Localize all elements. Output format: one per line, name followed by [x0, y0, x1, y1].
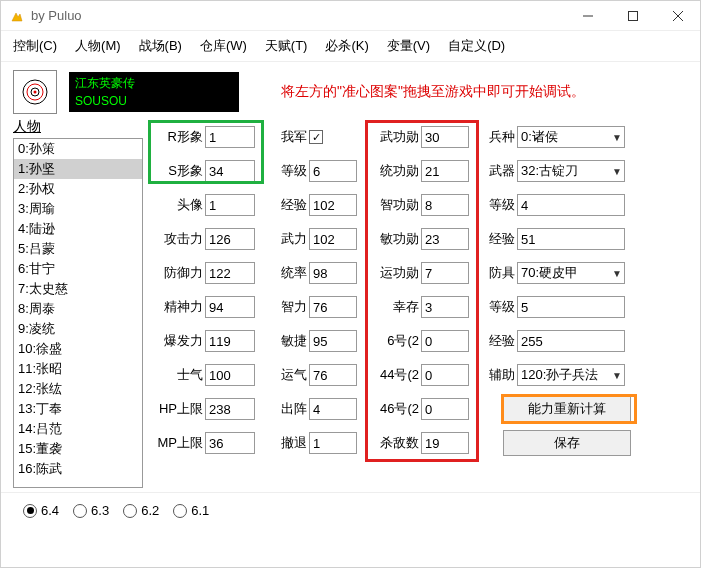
list-item[interactable]: 13:丁奉	[14, 399, 142, 419]
menu-custom[interactable]: 自定义(D)	[448, 37, 505, 55]
header-row: 江东英豪传 SOUSOU 将左方的"准心图案"拖拽至游戏中即可开始调试。	[1, 62, 700, 118]
weapon-level-label: 等级	[479, 196, 515, 214]
armor-select[interactable]: 70:硬皮甲▼	[517, 262, 625, 284]
crosshair-target[interactable]	[13, 70, 57, 114]
agility-input[interactable]	[309, 330, 357, 352]
menu-battlefield[interactable]: 战场(B)	[139, 37, 182, 55]
command-label: 统率	[267, 264, 307, 282]
weapon-exp-label: 经验	[479, 230, 515, 248]
kills-input[interactable]	[421, 432, 469, 454]
zhi-merit-input[interactable]	[421, 194, 469, 216]
kills-label: 杀敌数	[367, 434, 419, 452]
luck-input[interactable]	[309, 364, 357, 386]
assist-select[interactable]: 120:孙子兵法▼	[517, 364, 625, 386]
radio-6-1[interactable]: 6.1	[173, 503, 209, 518]
menu-talent[interactable]: 天赋(T)	[265, 37, 308, 55]
spirit-label: 精神力	[151, 298, 203, 316]
exp-input[interactable]	[309, 194, 357, 216]
troop-label: 兵种	[479, 128, 515, 146]
list-item[interactable]: 16:陈武	[14, 459, 142, 479]
portrait-input[interactable]	[205, 194, 255, 216]
menu-variable[interactable]: 变量(V)	[387, 37, 430, 55]
slot44-input[interactable]	[421, 364, 469, 386]
retreat-input[interactable]	[309, 432, 357, 454]
morale-input[interactable]	[205, 364, 255, 386]
radio-6-3[interactable]: 6.3	[73, 503, 109, 518]
list-item[interactable]: 3:周瑜	[14, 199, 142, 219]
slot44-label: 44号(2	[367, 366, 419, 384]
svg-point-7	[34, 91, 37, 94]
survive-input[interactable]	[421, 296, 469, 318]
mp-max-input[interactable]	[205, 432, 255, 454]
level-label: 等级	[267, 162, 307, 180]
save-button[interactable]: 保存	[503, 430, 631, 456]
radio-6-4[interactable]: 6.4	[23, 503, 59, 518]
crosshair-icon	[20, 77, 50, 107]
burst-input[interactable]	[205, 330, 255, 352]
menu-warehouse[interactable]: 仓库(W)	[200, 37, 247, 55]
level-input[interactable]	[309, 160, 357, 182]
version-radios: 6.4 6.3 6.2 6.1	[1, 492, 700, 528]
list-item[interactable]: 5:吕蒙	[14, 239, 142, 259]
my-army-checkbox[interactable]: ✓	[309, 130, 323, 144]
radio-6-2[interactable]: 6.2	[123, 503, 159, 518]
list-item[interactable]: 7:太史慈	[14, 279, 142, 299]
list-item[interactable]: 9:凌统	[14, 319, 142, 339]
s-image-input[interactable]	[205, 160, 255, 182]
list-item[interactable]: 12:张纮	[14, 379, 142, 399]
close-button[interactable]	[655, 1, 700, 31]
people-listbox[interactable]: 0:孙策1:孙坚2:孙权3:周瑜4:陆逊5:吕蒙6:甘宁7:太史慈8:周泰9:凌…	[13, 138, 143, 488]
luck-label: 运气	[267, 366, 307, 384]
r-image-input[interactable]	[205, 126, 255, 148]
s-image-label: S形象	[151, 162, 203, 180]
list-item[interactable]: 6:甘宁	[14, 259, 142, 279]
sortie-input[interactable]	[309, 398, 357, 420]
window-title: by Puluo	[31, 8, 565, 23]
recalc-button[interactable]: 能力重新计算	[503, 396, 631, 422]
armor-exp-input[interactable]	[517, 330, 625, 352]
defense-input[interactable]	[205, 262, 255, 284]
col1: R形象 S形象 头像 攻击力 防御力 精神力 爆发力 士气 HP上限 MP上限	[151, 122, 263, 488]
portrait-label: 头像	[151, 196, 203, 214]
wu-merit-input[interactable]	[421, 126, 469, 148]
tong-merit-input[interactable]	[421, 160, 469, 182]
col4: 兵种0:诸侯▼ 武器32:古锭刀▼ 等级 经验 防具70:硬皮甲▼ 等级 经验 …	[479, 122, 631, 488]
troop-select[interactable]: 0:诸侯▼	[517, 126, 625, 148]
exp-label: 经验	[267, 196, 307, 214]
slot46-input[interactable]	[421, 398, 469, 420]
main-area: 人物 0:孙策1:孙坚2:孙权3:周瑜4:陆逊5:吕蒙6:甘宁7:太史慈8:周泰…	[1, 118, 700, 492]
instruction-text: 将左方的"准心图案"拖拽至游戏中即可开始调试。	[251, 83, 688, 101]
force-label: 武力	[267, 230, 307, 248]
list-item[interactable]: 14:吕范	[14, 419, 142, 439]
menu-special[interactable]: 必杀(K)	[325, 37, 368, 55]
attack-input[interactable]	[205, 228, 255, 250]
weapon-exp-input[interactable]	[517, 228, 625, 250]
maximize-button[interactable]	[610, 1, 655, 31]
list-item[interactable]: 0:孙策	[14, 139, 142, 159]
min-merit-input[interactable]	[421, 228, 469, 250]
list-item[interactable]: 10:徐盛	[14, 339, 142, 359]
spirit-input[interactable]	[205, 296, 255, 318]
list-item[interactable]: 8:周泰	[14, 299, 142, 319]
weapon-level-input[interactable]	[517, 194, 625, 216]
list-item[interactable]: 2:孙权	[14, 179, 142, 199]
yun-merit-input[interactable]	[421, 262, 469, 284]
mp-max-label: MP上限	[151, 434, 203, 452]
game-subtitle-line: SOUSOU	[75, 92, 233, 110]
slot6-input[interactable]	[421, 330, 469, 352]
list-item[interactable]: 15:董袭	[14, 439, 142, 459]
weapon-select[interactable]: 32:古锭刀▼	[517, 160, 625, 182]
armor-level-input[interactable]	[517, 296, 625, 318]
list-item[interactable]: 11:张昭	[14, 359, 142, 379]
menu-character[interactable]: 人物(M)	[75, 37, 121, 55]
list-item[interactable]: 1:孙坚	[14, 159, 142, 179]
force-input[interactable]	[309, 228, 357, 250]
hp-max-input[interactable]	[205, 398, 255, 420]
attack-label: 攻击力	[151, 230, 203, 248]
list-item[interactable]: 4:陆逊	[14, 219, 142, 239]
wu-merit-label: 武功勋	[367, 128, 419, 146]
minimize-button[interactable]	[565, 1, 610, 31]
menu-control[interactable]: 控制(C)	[13, 37, 57, 55]
intel-input[interactable]	[309, 296, 357, 318]
command-input[interactable]	[309, 262, 357, 284]
